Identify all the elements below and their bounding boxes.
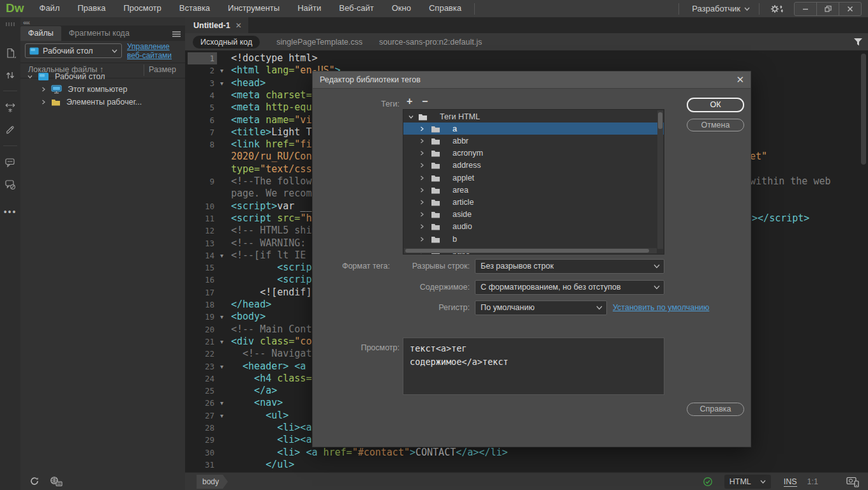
related-files-bar: Исходный кодsinglePageTemplate.csssource… bbox=[185, 33, 868, 51]
tag-tree-item[interactable]: article bbox=[403, 196, 664, 208]
fold-arrow-icon[interactable]: ▾ bbox=[220, 336, 223, 348]
fold-arrow-icon[interactable]: ▾ bbox=[220, 397, 223, 409]
tab-files[interactable]: Файлы bbox=[20, 26, 61, 41]
restore-button[interactable] bbox=[816, 3, 839, 15]
related-file[interactable]: source-sans-pro:n2:default.js bbox=[379, 38, 482, 47]
sync-settings-button[interactable] bbox=[763, 3, 790, 15]
case-select[interactable]: По умолчанию bbox=[475, 301, 607, 315]
menu-Правка[interactable]: Правка bbox=[68, 0, 114, 17]
set-default-link[interactable]: Установить по умолчанию bbox=[613, 303, 709, 312]
tag-tree-item[interactable]: abbr bbox=[403, 135, 664, 147]
menu-Веб-сайт[interactable]: Веб-сайт bbox=[330, 0, 382, 17]
remove-tag-button[interactable]: − bbox=[422, 96, 428, 107]
chevron-right-icon[interactable] bbox=[419, 175, 424, 181]
chevron-right-icon[interactable] bbox=[419, 212, 424, 217]
tag-tree-item[interactable]: applet bbox=[403, 172, 664, 184]
close-tab-icon[interactable]: ✕ bbox=[236, 21, 242, 30]
panel-menu-icon[interactable] bbox=[172, 31, 181, 38]
language-selector[interactable]: HTML bbox=[724, 475, 771, 489]
chevron-right-icon[interactable] bbox=[419, 126, 424, 131]
editor-scrollbar[interactable] bbox=[861, 54, 866, 165]
related-file[interactable]: singlePageTemplate.css bbox=[276, 38, 363, 47]
site-selector[interactable]: Рабочий стол bbox=[25, 43, 122, 58]
filter-related-files-button[interactable] bbox=[853, 38, 863, 47]
desktop-icon bbox=[38, 72, 49, 81]
help-button[interactable]: Справка bbox=[687, 403, 744, 416]
chevron-right-icon[interactable] bbox=[41, 100, 46, 105]
minimize-button[interactable] bbox=[795, 3, 816, 15]
workspace-switcher[interactable]: Разработчик bbox=[683, 4, 744, 13]
chevron-right-icon[interactable] bbox=[419, 138, 424, 144]
refresh-icon[interactable] bbox=[29, 476, 40, 486]
related-file[interactable]: Исходный код bbox=[193, 36, 260, 48]
chevron-down-icon[interactable] bbox=[27, 74, 33, 79]
insert-mode-indicator[interactable]: INS bbox=[784, 477, 797, 487]
menu-Файл[interactable]: Файл bbox=[31, 0, 69, 17]
chevron-right-icon[interactable] bbox=[419, 200, 424, 205]
tag-tree-item[interactable]: address bbox=[403, 160, 664, 172]
fold-arrow-icon[interactable]: ▾ bbox=[220, 360, 223, 373]
close-button[interactable] bbox=[839, 3, 861, 15]
folder-icon bbox=[431, 223, 440, 230]
add-tag-button[interactable]: + bbox=[407, 96, 412, 107]
preview-line: текст<a>тег bbox=[410, 342, 657, 355]
chevron-right-icon[interactable] bbox=[419, 188, 424, 193]
tag-tree-item[interactable]: aside bbox=[403, 209, 664, 221]
tag-tree-root[interactable]: Теги HTML bbox=[403, 110, 664, 122]
tag-selector-body[interactable]: body bbox=[197, 475, 228, 489]
dialog-title-bar[interactable]: Редактор библиотеки тегов bbox=[313, 71, 751, 89]
up-down-arrows-icon bbox=[5, 70, 15, 80]
linting-button[interactable] bbox=[5, 124, 16, 135]
manage-sites-link[interactable]: Управление веб-сайтами bbox=[127, 42, 181, 60]
menu-Инструменты[interactable]: Инструменты bbox=[219, 0, 288, 17]
file-tree-row[interactable]: Элементы рабочег... bbox=[20, 96, 206, 108]
chevron-right-icon[interactable] bbox=[419, 237, 424, 242]
tag-tree-item[interactable]: audio bbox=[403, 221, 664, 233]
fold-arrow-icon[interactable]: ▾ bbox=[220, 249, 223, 262]
file-management-button[interactable] bbox=[5, 70, 15, 80]
chevron-right-icon[interactable] bbox=[419, 224, 424, 229]
tree-vertical-scrollbar[interactable] bbox=[657, 110, 663, 249]
file-tree-row[interactable]: Этот компьютер bbox=[20, 83, 206, 96]
chevron-right-icon[interactable] bbox=[419, 163, 424, 168]
menu-Справка[interactable]: Справка bbox=[420, 0, 470, 17]
file-activity-icon[interactable] bbox=[50, 476, 63, 486]
fold-arrow-icon[interactable]: ▾ bbox=[220, 64, 223, 77]
expand-abbreviation-button[interactable] bbox=[4, 103, 16, 113]
menu-Просмотр[interactable]: Просмотр bbox=[114, 0, 170, 17]
fold-arrow-icon[interactable]: ▾ bbox=[220, 311, 223, 323]
strip-divider bbox=[3, 145, 17, 146]
more-tools-button[interactable]: ••• bbox=[4, 207, 17, 217]
chevron-right-icon[interactable] bbox=[41, 87, 46, 92]
ok-button[interactable]: ОК bbox=[687, 98, 744, 112]
menu-Найти[interactable]: Найти bbox=[288, 0, 330, 17]
hide-comments-button[interactable] bbox=[4, 179, 16, 190]
dialog-close-icon[interactable]: ✕ bbox=[736, 74, 744, 85]
contents-select[interactable]: С форматированием, но без отступов bbox=[475, 280, 664, 295]
tag-tree-item[interactable]: area bbox=[403, 184, 664, 196]
tag-tree-item[interactable]: acronym bbox=[403, 147, 664, 160]
tree-horizontal-scrollbar[interactable] bbox=[404, 248, 657, 253]
tag-tree-item[interactable]: a bbox=[403, 122, 664, 135]
menu-Вставка[interactable]: Вставка bbox=[170, 0, 219, 17]
line-breaks-label: Разрывы строк: bbox=[393, 262, 470, 271]
fold-arrow-icon[interactable]: ▾ bbox=[220, 410, 223, 422]
tag-tree[interactable]: Теги HTMLaabbracronymaddressappletareaar… bbox=[403, 109, 664, 255]
menu-Окно[interactable]: Окно bbox=[383, 0, 420, 17]
cancel-button[interactable]: Отмена bbox=[687, 119, 744, 131]
chevron-right-icon[interactable] bbox=[419, 151, 424, 156]
show-comments-button[interactable] bbox=[4, 158, 16, 168]
panel-grip[interactable] bbox=[6, 22, 15, 26]
line-breaks-select[interactable]: Без разрывов строк bbox=[475, 259, 664, 274]
tag-tree-item[interactable]: b bbox=[403, 233, 664, 245]
strip-divider bbox=[3, 91, 17, 91]
tag-preview-box: текст<a>тегсодержимое</a>текст bbox=[403, 338, 664, 395]
realtime-preview-button[interactable] bbox=[846, 477, 860, 487]
tab-code-snippets[interactable]: Фрагменты кода bbox=[61, 26, 137, 41]
chevron-down-icon[interactable] bbox=[408, 114, 414, 119]
document-tab[interactable]: Untitled-1 ✕ bbox=[185, 17, 248, 33]
fold-arrow-icon[interactable]: ▾ bbox=[220, 77, 223, 89]
chevron-down-icon bbox=[654, 264, 660, 269]
file-tree-row[interactable]: Рабочий стол bbox=[20, 70, 192, 83]
open-documents-button[interactable] bbox=[5, 48, 16, 59]
